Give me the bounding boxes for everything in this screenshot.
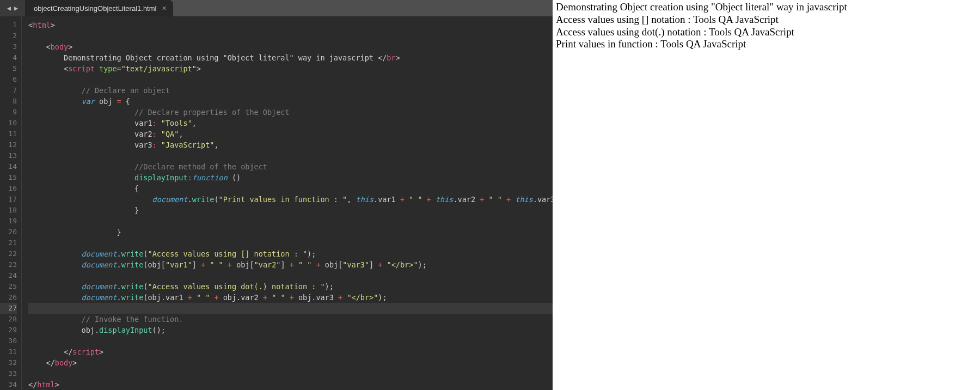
line-number: 30 [0, 336, 17, 346]
code-line[interactable]: // Invoke the function. [28, 314, 553, 325]
line-number: 14 [0, 161, 17, 172]
line-number: 32 [0, 357, 17, 368]
line-number: 5 [0, 63, 17, 74]
code-line[interactable]: </body> [28, 357, 553, 368]
line-number: 18 [0, 205, 17, 216]
code-area[interactable]: 1234567891011121314151617181920212223242… [0, 16, 553, 390]
line-number: 7 [0, 85, 17, 96]
line-number: 10 [0, 118, 17, 129]
line-number: 2 [0, 31, 17, 41]
output-line: Access values using [] notation : Tools … [556, 14, 977, 26]
code-line[interactable] [28, 216, 553, 227]
code-line[interactable]: // Declare an object [28, 85, 553, 96]
code-line[interactable]: </script> [28, 346, 553, 357]
code-line[interactable] [28, 150, 553, 161]
line-number: 8 [0, 96, 17, 107]
output-pane: Demonstrating Object creation using "Obj… [553, 0, 980, 390]
code-line[interactable] [28, 303, 553, 314]
line-number: 20 [0, 227, 17, 237]
code-line[interactable]: </html> [28, 379, 553, 390]
line-number: 11 [0, 129, 17, 139]
line-number: 17 [0, 194, 17, 205]
output-line: Access values using dot(.) notation : To… [556, 26, 977, 39]
line-number: 23 [0, 259, 17, 270]
nav-back-icon[interactable]: ◀ [7, 4, 11, 12]
code-line[interactable]: } [28, 227, 553, 237]
code-line[interactable]: } [28, 205, 553, 216]
line-number: 16 [0, 183, 17, 194]
code-content[interactable]: <html> <body> Demonstrating Object creat… [22, 16, 553, 390]
code-line[interactable]: displayInput:function () [28, 172, 553, 183]
output-line: Print values in function : Tools QA Java… [556, 38, 977, 51]
code-line[interactable]: //Declare method of the object [28, 161, 553, 172]
line-number: 24 [0, 270, 17, 281]
code-line[interactable] [28, 270, 553, 281]
code-line[interactable]: <html> [28, 20, 553, 31]
line-number: 27 [0, 303, 17, 314]
code-line[interactable]: Demonstrating Object creation using "Obj… [28, 52, 553, 63]
code-line[interactable]: <script type="text/javascript"> [28, 63, 553, 74]
code-line[interactable] [28, 237, 553, 248]
line-number-gutter: 1234567891011121314151617181920212223242… [0, 16, 22, 390]
code-line[interactable]: // Declare properties of the Object [28, 107, 553, 118]
code-line[interactable]: document.write(obj.var1 + " " + obj.var2… [28, 292, 553, 303]
line-number: 28 [0, 314, 17, 325]
line-number: 33 [0, 368, 17, 379]
line-number: 1 [0, 20, 17, 31]
line-number: 31 [0, 346, 17, 357]
line-number: 15 [0, 172, 17, 183]
line-number: 34 [0, 379, 17, 390]
line-number: 19 [0, 216, 17, 227]
line-number: 4 [0, 52, 17, 63]
line-number: 22 [0, 248, 17, 259]
line-number: 26 [0, 292, 17, 303]
code-line[interactable] [28, 74, 553, 85]
close-icon[interactable]: × [162, 4, 166, 13]
code-line[interactable]: document.write("Access values using [] n… [28, 248, 553, 259]
code-line[interactable]: obj.displayInput(); [28, 325, 553, 336]
code-line[interactable]: document.write(obj["var1"] + " " + obj["… [28, 259, 553, 270]
tab-strip: ◀ ▶ objectCreatingUsingObjectLiteral1.ht… [0, 0, 553, 16]
line-number: 21 [0, 237, 17, 248]
line-number: 29 [0, 325, 17, 336]
code-line[interactable]: var1: "Tools", [28, 118, 553, 129]
line-number: 13 [0, 150, 17, 161]
tab-label: objectCreatingUsingObjectLiteral1.html [34, 4, 156, 13]
line-number: 9 [0, 107, 17, 118]
code-line[interactable]: <body> [28, 41, 553, 52]
code-line[interactable]: { [28, 183, 553, 194]
code-line[interactable] [28, 31, 553, 41]
editor-pane: ◀ ▶ objectCreatingUsingObjectLiteral1.ht… [0, 0, 553, 390]
line-number: 25 [0, 281, 17, 292]
tab-nav-arrows[interactable]: ◀ ▶ [0, 0, 25, 16]
nav-forward-icon[interactable]: ▶ [14, 4, 18, 12]
code-line[interactable]: document.write("Print values in function… [28, 194, 553, 205]
code-line[interactable]: var3: "JavaScript", [28, 139, 553, 150]
line-number: 3 [0, 41, 17, 52]
code-line[interactable] [28, 336, 553, 346]
code-line[interactable]: document.write("Access values using dot(… [28, 281, 553, 292]
line-number: 6 [0, 74, 17, 85]
line-number: 12 [0, 139, 17, 150]
output-line: Demonstrating Object creation using "Obj… [556, 1, 977, 14]
code-line[interactable]: var2: "QA", [28, 129, 553, 139]
tab-active[interactable]: objectCreatingUsingObjectLiteral1.html × [25, 0, 173, 16]
code-line[interactable] [28, 368, 553, 379]
code-line[interactable]: var obj = { [28, 96, 553, 107]
